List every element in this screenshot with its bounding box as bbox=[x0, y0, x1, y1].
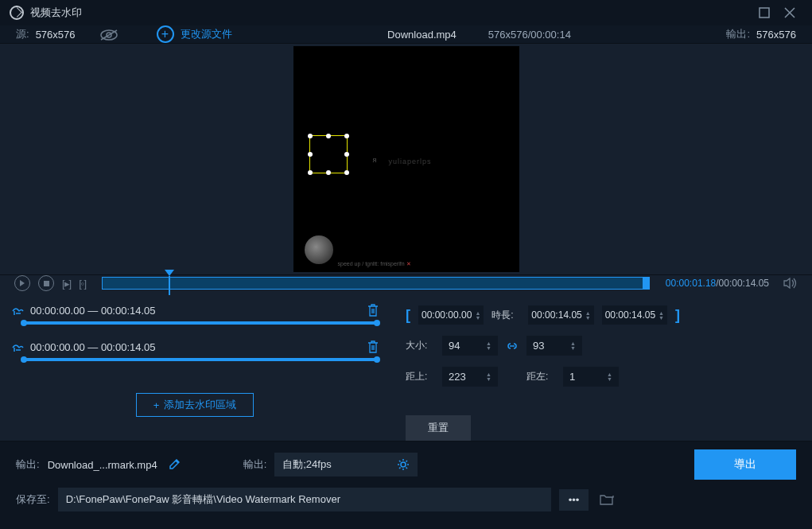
watermark-selection-box[interactable] bbox=[309, 135, 348, 173]
edit-filename-icon[interactable] bbox=[169, 459, 180, 470]
bracket-end-icon[interactable]: ] bbox=[675, 307, 680, 324]
delete-segment-button[interactable] bbox=[367, 304, 379, 317]
resize-handle[interactable] bbox=[308, 170, 313, 175]
spin-down[interactable]: ▼ bbox=[585, 316, 591, 320]
source-label: 源: bbox=[16, 27, 29, 41]
svg-point-5 bbox=[401, 462, 406, 467]
source-dimensions: 576x576 bbox=[36, 29, 76, 41]
spin-down[interactable]: ▼ bbox=[659, 316, 664, 320]
bottom-bar: 輸出: Download_...rmark.mp4 輸出: 自動;24fps 導… bbox=[0, 441, 812, 529]
timeline-end-handle[interactable] bbox=[643, 278, 649, 289]
output-dimensions: 576x576 bbox=[756, 29, 796, 41]
add-region-button[interactable]: + 添加去水印區域 bbox=[136, 393, 254, 417]
output-file-label: 輸出: bbox=[16, 457, 40, 472]
plus-icon: + bbox=[157, 25, 174, 43]
delete-segment-button[interactable] bbox=[367, 340, 379, 353]
browse-button[interactable]: ••• bbox=[559, 489, 589, 511]
video-frame[interactable]: я yuliaperlps speed up / tgnltt: fmisper… bbox=[293, 46, 519, 272]
start-time-input[interactable]: 00:00:00.00 ▲▼ bbox=[418, 305, 484, 325]
reset-button[interactable]: 重置 bbox=[406, 415, 471, 441]
video-preview: я yuliaperlps speed up / tgnltt: fmisper… bbox=[0, 44, 812, 274]
output-format-label: 輸出: bbox=[243, 457, 267, 472]
spin-down[interactable]: ▼ bbox=[475, 316, 480, 320]
volume-icon[interactable] bbox=[783, 278, 798, 289]
left-label: 距左: bbox=[526, 370, 555, 383]
save-path-input[interactable]: D:\FonePaw\FonePaw 影音轉檔\Video Watermark … bbox=[58, 488, 551, 511]
video-watermark-text: yuliaperlps bbox=[389, 158, 432, 165]
current-time: 00:00:01.18 bbox=[666, 278, 716, 289]
playback-controls: [▸] [◦] 00:00:01.18/00:00:14.05 bbox=[0, 274, 812, 291]
timecode: 00:00:01.18/00:00:14.05 bbox=[666, 278, 769, 289]
watermark-region-icon bbox=[11, 305, 24, 316]
top-input[interactable]: 223 ▲▼ bbox=[442, 367, 498, 387]
dimensions-duration: 576x576/00:00:14 bbox=[488, 29, 571, 41]
info-bar: 源: 576x576 + 更改源文件 Download.mp4 576x576/… bbox=[0, 25, 812, 44]
timeline-scrubber[interactable] bbox=[102, 277, 650, 290]
svg-rect-0 bbox=[760, 8, 769, 18]
preview-toggle-icon[interactable] bbox=[99, 29, 117, 40]
resize-handle[interactable] bbox=[308, 134, 313, 138]
resize-handle[interactable] bbox=[344, 134, 349, 138]
link-aspect-icon[interactable] bbox=[506, 341, 519, 351]
filename: Download.mp4 bbox=[387, 29, 457, 41]
export-button[interactable]: 導出 bbox=[694, 449, 796, 480]
playhead[interactable] bbox=[165, 270, 174, 276]
left-input[interactable]: 1 ▲▼ bbox=[563, 367, 619, 387]
spin-down[interactable]: ▼ bbox=[607, 377, 612, 381]
segment-item[interactable]: 00:00:00.00 — 00:00:14.05 bbox=[0, 336, 390, 361]
resize-handle[interactable] bbox=[308, 152, 313, 157]
video-avatar bbox=[305, 235, 333, 264]
resize-handle[interactable] bbox=[326, 170, 331, 175]
resize-handle[interactable] bbox=[344, 152, 349, 157]
spin-up[interactable]: ▲ bbox=[585, 311, 591, 315]
format-select[interactable]: 自動;24fps bbox=[274, 453, 418, 476]
change-source-button[interactable]: + 更改源文件 bbox=[157, 25, 232, 43]
close-button[interactable] bbox=[777, 0, 802, 25]
open-folder-icon[interactable] bbox=[596, 491, 617, 508]
change-source-label: 更改源文件 bbox=[181, 27, 232, 41]
spin-down[interactable]: ▼ bbox=[486, 346, 491, 350]
segment-timeline[interactable] bbox=[22, 321, 379, 325]
spin-up[interactable]: ▲ bbox=[475, 311, 480, 315]
spin-down[interactable]: ▼ bbox=[486, 377, 491, 381]
segment-item[interactable]: 00:00:00.00 — 00:00:14.05 bbox=[0, 299, 390, 325]
resize-handle[interactable] bbox=[326, 134, 331, 138]
add-region-label: 添加去水印區域 bbox=[164, 398, 236, 412]
spin-down[interactable]: ▼ bbox=[570, 346, 576, 350]
video-credit: speed up / tgnltt: fmisperlfn ✕ bbox=[338, 261, 411, 267]
width-input[interactable]: 94 ▲▼ bbox=[442, 336, 498, 356]
output-filename: Download_...rmark.mp4 bbox=[48, 459, 157, 471]
mark-out-button[interactable]: [◦] bbox=[79, 278, 86, 290]
app-title: 视频去水印 bbox=[30, 6, 82, 20]
plus-icon: + bbox=[153, 399, 160, 411]
mark-in-button[interactable]: [▸] bbox=[62, 278, 71, 290]
duration-input[interactable]: 00:00:14.05 ▲▼ bbox=[528, 305, 593, 325]
output-label: 輸出: bbox=[726, 27, 750, 41]
gear-icon[interactable] bbox=[397, 458, 410, 471]
stop-button[interactable] bbox=[38, 275, 54, 291]
total-time: 00:00:14.05 bbox=[719, 278, 769, 289]
end-time-input[interactable]: 00:00:14.05 ▲▼ bbox=[602, 305, 667, 325]
svg-rect-4 bbox=[44, 281, 49, 286]
size-label: 大小: bbox=[406, 339, 434, 352]
maximize-button[interactable] bbox=[752, 0, 777, 25]
segment-range: 00:00:00.00 — 00:00:14.05 bbox=[30, 305, 367, 317]
segment-range: 00:00:00.00 — 00:00:14.05 bbox=[30, 341, 367, 353]
save-path-label: 保存至: bbox=[16, 492, 50, 507]
spin-up[interactable]: ▲ bbox=[659, 311, 664, 315]
resize-handle[interactable] bbox=[344, 170, 349, 175]
properties-panel: [ 00:00:00.00 ▲▼ 時長: 00:00:14.05 ▲▼ 00:0… bbox=[390, 291, 812, 441]
duration-label: 時長: bbox=[491, 309, 520, 322]
watermark-region-icon bbox=[11, 341, 24, 352]
top-label: 距上: bbox=[406, 370, 434, 383]
app-logo-icon bbox=[10, 6, 24, 20]
height-input[interactable]: 93 ▲▼ bbox=[526, 336, 582, 356]
segment-timeline[interactable] bbox=[22, 358, 379, 361]
bracket-start-icon[interactable]: [ bbox=[406, 307, 410, 324]
titlebar: 视频去水印 bbox=[0, 0, 812, 25]
work-area: 00:00:00.00 — 00:00:14.05 00:00:00.00 — … bbox=[0, 291, 812, 441]
video-text: я bbox=[373, 156, 377, 164]
segments-panel: 00:00:00.00 — 00:00:14.05 00:00:00.00 — … bbox=[0, 291, 390, 441]
play-button[interactable] bbox=[14, 275, 30, 291]
